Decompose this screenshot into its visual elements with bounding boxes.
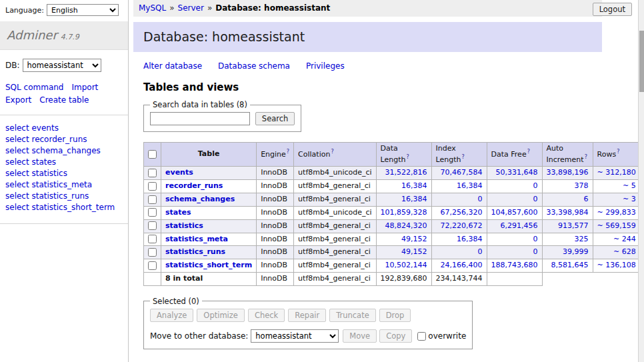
language-select[interactable]: English xyxy=(47,4,119,16)
data-length-link[interactable]: 49,152 xyxy=(401,247,427,256)
scrollbar-thumb[interactable] xyxy=(639,31,644,92)
breadcrumb-mysql-link[interactable]: MySQL xyxy=(139,3,166,13)
drop-button[interactable]: Drop xyxy=(379,309,411,322)
help-link[interactable]: ? xyxy=(462,154,465,160)
data-length-link[interactable]: 101,859,328 xyxy=(381,208,427,217)
auto-increment-link[interactable]: 8,581,645 xyxy=(551,261,589,269)
auto-increment-link[interactable]: 39,999 xyxy=(563,247,589,256)
table-name-link[interactable]: recorder_runs xyxy=(165,181,223,190)
table-name-link[interactable]: states xyxy=(165,208,191,217)
data-free-link[interactable]: 6,291,456 xyxy=(501,221,538,230)
row-checkbox[interactable] xyxy=(148,208,157,217)
index-length-link[interactable]: 0 xyxy=(478,247,483,256)
language-label: Language: xyxy=(5,6,44,15)
rows-link[interactable]: ~ 3 xyxy=(623,195,636,203)
table-name-link[interactable]: statistics xyxy=(165,221,203,230)
table-name-link[interactable]: schema_changes xyxy=(165,195,235,203)
rows-link[interactable]: ~ 244 xyxy=(613,235,636,243)
rows-link[interactable]: ~ 569,159 xyxy=(597,221,636,230)
row-checkbox[interactable] xyxy=(148,221,157,230)
sidebar-table-link[interactable]: select statistics_short_term xyxy=(5,203,123,212)
index-length-link[interactable]: 0 xyxy=(478,195,483,203)
data-free-link[interactable]: 50,331,648 xyxy=(496,168,538,177)
row-checkbox[interactable] xyxy=(148,235,157,243)
auto-increment-link[interactable]: 913,577 xyxy=(558,221,589,230)
index-length-link[interactable]: 70,467,584 xyxy=(441,168,483,177)
truncate-button[interactable]: Truncate xyxy=(329,309,376,322)
optimize-button[interactable]: Optimize xyxy=(197,309,245,322)
auto-increment-link[interactable]: 33,398,984 xyxy=(547,208,589,217)
repair-button[interactable]: Repair xyxy=(288,309,326,322)
table-name-link[interactable]: statistics_runs xyxy=(165,247,225,256)
sidebar-table-link[interactable]: select recorder_runs xyxy=(5,135,123,144)
search-button[interactable]: Search xyxy=(255,112,295,125)
auto-increment-link[interactable]: 325 xyxy=(575,235,589,243)
data-length-link[interactable]: 16,384 xyxy=(401,195,427,203)
data-length-link[interactable]: 16,384 xyxy=(401,181,427,190)
import-link[interactable]: Import xyxy=(71,83,98,92)
rows-link[interactable]: ~ 299,833 xyxy=(597,208,636,217)
overwrite-checkbox[interactable] xyxy=(417,332,426,341)
sidebar-table-link[interactable]: select statistics_meta xyxy=(5,180,123,189)
data-length-link[interactable]: 10,502,144 xyxy=(385,261,427,269)
index-length-link[interactable]: 16,384 xyxy=(457,181,483,190)
help-link[interactable]: ? xyxy=(407,154,409,160)
privileges-link[interactable]: Privileges xyxy=(306,61,345,71)
sidebar-table-link[interactable]: select statistics_runs xyxy=(5,191,123,201)
breadcrumb-server-link[interactable]: Server xyxy=(178,3,204,13)
row-checkbox[interactable] xyxy=(148,182,157,191)
auto-increment-link[interactable]: 33,898,196 xyxy=(547,168,589,177)
row-checkbox[interactable] xyxy=(148,169,157,177)
sidebar-table-link[interactable]: select statistics xyxy=(5,169,123,178)
auto-increment-link[interactable]: 378 xyxy=(575,181,589,190)
row-checkbox[interactable] xyxy=(148,248,157,257)
sql-command-link[interactable]: SQL command xyxy=(5,83,63,92)
sidebar-table-link[interactable]: select events xyxy=(5,123,123,133)
database-schema-link[interactable]: Database schema xyxy=(218,61,290,71)
index-length-link[interactable]: 24,166,400 xyxy=(441,261,483,269)
select-all-checkbox[interactable] xyxy=(148,150,157,159)
data-length-link[interactable]: 49,152 xyxy=(401,235,427,243)
table-name-link[interactable]: statistics_meta xyxy=(165,235,228,243)
app-name[interactable]: Adminer xyxy=(7,28,57,42)
rows-link[interactable]: ~ 136,108 xyxy=(597,261,636,269)
data-length-link[interactable]: 31,522,816 xyxy=(385,168,427,177)
table-name-link[interactable]: events xyxy=(165,168,193,177)
db-select[interactable]: homeassistant xyxy=(23,59,101,72)
create-table-sidebar-link[interactable]: Create table xyxy=(39,95,89,105)
help-link[interactable]: ? xyxy=(527,149,530,155)
data-free-link[interactable]: 0 xyxy=(533,235,538,243)
analyze-button[interactable]: Analyze xyxy=(150,309,193,322)
table-name-link[interactable]: statistics_short_term xyxy=(165,261,252,269)
index-length-link[interactable]: 16,384 xyxy=(457,235,483,243)
row-checkbox[interactable] xyxy=(148,261,157,270)
copy-button[interactable]: Copy xyxy=(379,329,412,343)
index-length-link[interactable]: 72,220,672 xyxy=(441,221,483,230)
check-button[interactable]: Check xyxy=(248,309,285,322)
help-link[interactable]: ? xyxy=(585,154,587,160)
row-checkbox[interactable] xyxy=(148,195,157,204)
help-link[interactable]: ? xyxy=(331,149,333,155)
search-input[interactable] xyxy=(150,112,250,125)
auto-increment-link[interactable]: 6 xyxy=(584,195,589,203)
data-free-link[interactable]: 0 xyxy=(533,247,538,256)
data-length-link[interactable]: 48,824,320 xyxy=(385,221,427,230)
data-free-link[interactable]: 104,857,600 xyxy=(491,208,538,217)
logout-button[interactable]: Logout xyxy=(593,3,632,16)
help-link[interactable]: ? xyxy=(617,149,619,155)
alter-database-link[interactable]: Alter database xyxy=(143,61,202,71)
index-length-link[interactable]: 67,256,320 xyxy=(441,208,483,217)
rows-link[interactable]: ~ 5 xyxy=(623,181,636,190)
sidebar-table-link[interactable]: select states xyxy=(5,157,123,167)
move-button[interactable]: Move xyxy=(343,329,377,343)
rows-link[interactable]: ~ 628 xyxy=(613,247,636,256)
data-free-link[interactable]: 0 xyxy=(533,181,538,190)
export-link[interactable]: Export xyxy=(5,95,31,105)
data-free-link[interactable]: 0 xyxy=(533,195,538,203)
rows-link[interactable]: ~ 312,180 xyxy=(597,168,636,177)
help-link[interactable]: ? xyxy=(287,149,289,155)
sidebar-table-link[interactable]: select schema_changes xyxy=(5,146,123,155)
scrollbar[interactable] xyxy=(638,0,644,362)
move-db-select[interactable]: homeassistant xyxy=(251,329,339,343)
data-free-link[interactable]: 188,743,680 xyxy=(491,261,538,269)
